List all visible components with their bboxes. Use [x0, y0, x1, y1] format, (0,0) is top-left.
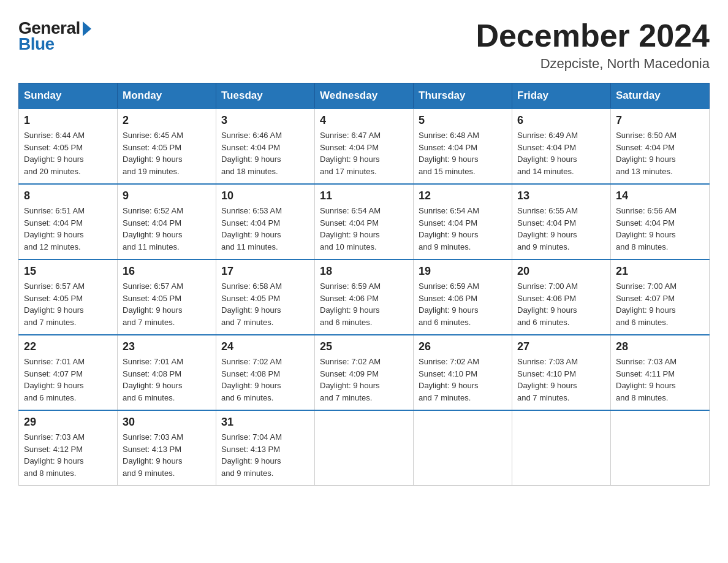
calendar-header-tuesday: Tuesday: [216, 83, 315, 109]
calendar-cell: 7Sunrise: 6:50 AMSunset: 4:04 PMDaylight…: [611, 109, 710, 184]
header: General Blue December 2024 Dzepciste, No…: [18, 18, 710, 72]
day-info: Sunrise: 6:59 AMSunset: 4:06 PMDaylight:…: [320, 280, 408, 328]
day-info: Sunrise: 7:01 AMSunset: 4:08 PMDaylight:…: [123, 356, 211, 404]
calendar-cell: 21Sunrise: 7:00 AMSunset: 4:07 PMDayligh…: [611, 259, 710, 335]
calendar-header-thursday: Thursday: [414, 83, 512, 109]
day-info: Sunrise: 6:47 AMSunset: 4:04 PMDaylight:…: [320, 129, 408, 177]
calendar-cell: 26Sunrise: 7:02 AMSunset: 4:10 PMDayligh…: [414, 335, 512, 410]
calendar-header-saturday: Saturday: [611, 83, 710, 109]
calendar-cell: 13Sunrise: 6:55 AMSunset: 4:04 PMDayligh…: [512, 184, 611, 259]
calendar-cell: 4Sunrise: 6:47 AMSunset: 4:04 PMDaylight…: [315, 109, 414, 184]
calendar-cell: 20Sunrise: 7:00 AMSunset: 4:06 PMDayligh…: [512, 259, 611, 335]
day-info: Sunrise: 6:49 AMSunset: 4:04 PMDaylight:…: [517, 129, 605, 177]
day-number: 14: [616, 190, 704, 202]
day-number: 13: [517, 190, 605, 202]
day-number: 20: [517, 265, 605, 278]
calendar-week-row: 22Sunrise: 7:01 AMSunset: 4:07 PMDayligh…: [19, 335, 710, 410]
day-info: Sunrise: 7:04 AMSunset: 4:13 PMDaylight:…: [221, 431, 309, 479]
day-number: 24: [221, 340, 309, 353]
day-number: 31: [221, 416, 309, 429]
calendar-cell: 18Sunrise: 6:59 AMSunset: 4:06 PMDayligh…: [315, 259, 414, 335]
calendar-cell: 22Sunrise: 7:01 AMSunset: 4:07 PMDayligh…: [19, 335, 118, 410]
day-number: 1: [24, 114, 112, 127]
day-number: 15: [24, 265, 112, 278]
calendar-header-friday: Friday: [512, 83, 611, 109]
calendar-cell: 28Sunrise: 7:03 AMSunset: 4:11 PMDayligh…: [611, 335, 710, 410]
calendar-cell: 17Sunrise: 6:58 AMSunset: 4:05 PMDayligh…: [216, 259, 315, 335]
calendar-cell: [414, 410, 512, 486]
day-info: Sunrise: 6:53 AMSunset: 4:04 PMDaylight:…: [221, 205, 309, 253]
calendar-week-row: 15Sunrise: 6:57 AMSunset: 4:05 PMDayligh…: [19, 259, 710, 335]
day-number: 28: [616, 340, 704, 353]
calendar-header-row: SundayMondayTuesdayWednesdayThursdayFrid…: [19, 83, 710, 109]
day-info: Sunrise: 7:02 AMSunset: 4:08 PMDaylight:…: [221, 356, 309, 404]
calendar-cell: 9Sunrise: 6:52 AMSunset: 4:04 PMDaylight…: [118, 184, 216, 259]
day-number: 17: [221, 265, 309, 278]
day-info: Sunrise: 6:57 AMSunset: 4:05 PMDaylight:…: [24, 280, 112, 328]
day-info: Sunrise: 7:03 AMSunset: 4:13 PMDaylight:…: [123, 431, 211, 479]
calendar-week-row: 8Sunrise: 6:51 AMSunset: 4:04 PMDaylight…: [19, 184, 710, 259]
day-number: 23: [123, 340, 211, 353]
calendar-cell: 8Sunrise: 6:51 AMSunset: 4:04 PMDaylight…: [19, 184, 118, 259]
calendar-cell: 2Sunrise: 6:45 AMSunset: 4:05 PMDaylight…: [118, 109, 216, 184]
calendar-cell: 27Sunrise: 7:03 AMSunset: 4:10 PMDayligh…: [512, 335, 611, 410]
calendar-cell: 15Sunrise: 6:57 AMSunset: 4:05 PMDayligh…: [19, 259, 118, 335]
day-info: Sunrise: 7:02 AMSunset: 4:10 PMDaylight:…: [419, 356, 507, 404]
calendar-cell: 29Sunrise: 7:03 AMSunset: 4:12 PMDayligh…: [19, 410, 118, 486]
logo-arrow-icon: [83, 21, 91, 36]
day-info: Sunrise: 6:54 AMSunset: 4:04 PMDaylight:…: [419, 205, 507, 253]
day-number: 12: [419, 190, 507, 202]
month-title: December 2024: [476, 18, 710, 53]
day-info: Sunrise: 6:45 AMSunset: 4:05 PMDaylight:…: [123, 129, 211, 177]
calendar-cell: 10Sunrise: 6:53 AMSunset: 4:04 PMDayligh…: [216, 184, 315, 259]
calendar-week-row: 29Sunrise: 7:03 AMSunset: 4:12 PMDayligh…: [19, 410, 710, 486]
day-info: Sunrise: 7:03 AMSunset: 4:12 PMDaylight:…: [24, 431, 112, 479]
day-info: Sunrise: 7:03 AMSunset: 4:11 PMDaylight:…: [616, 356, 704, 404]
calendar-cell: 23Sunrise: 7:01 AMSunset: 4:08 PMDayligh…: [118, 335, 216, 410]
day-info: Sunrise: 6:52 AMSunset: 4:04 PMDaylight:…: [123, 205, 211, 253]
day-number: 4: [320, 114, 408, 127]
day-number: 10: [221, 190, 309, 202]
day-info: Sunrise: 7:03 AMSunset: 4:10 PMDaylight:…: [517, 356, 605, 404]
calendar-cell: 5Sunrise: 6:48 AMSunset: 4:04 PMDaylight…: [414, 109, 512, 184]
day-number: 11: [320, 190, 408, 202]
day-number: 29: [24, 416, 112, 429]
day-info: Sunrise: 6:59 AMSunset: 4:06 PMDaylight:…: [419, 280, 507, 328]
day-number: 27: [517, 340, 605, 353]
calendar-cell: 1Sunrise: 6:44 AMSunset: 4:05 PMDaylight…: [19, 109, 118, 184]
day-number: 5: [419, 114, 507, 127]
day-info: Sunrise: 6:56 AMSunset: 4:04 PMDaylight:…: [616, 205, 704, 253]
day-info: Sunrise: 7:00 AMSunset: 4:06 PMDaylight:…: [517, 280, 605, 328]
day-info: Sunrise: 6:54 AMSunset: 4:04 PMDaylight:…: [320, 205, 408, 253]
page: General Blue December 2024 Dzepciste, No…: [0, 0, 728, 504]
title-area: December 2024 Dzepciste, North Macedonia: [476, 18, 710, 72]
day-info: Sunrise: 6:58 AMSunset: 4:05 PMDaylight:…: [221, 280, 309, 328]
logo: General Blue: [18, 18, 91, 54]
day-info: Sunrise: 7:02 AMSunset: 4:09 PMDaylight:…: [320, 356, 408, 404]
day-number: 19: [419, 265, 507, 278]
day-info: Sunrise: 6:57 AMSunset: 4:05 PMDaylight:…: [123, 280, 211, 328]
calendar-header-sunday: Sunday: [19, 83, 118, 109]
day-info: Sunrise: 6:48 AMSunset: 4:04 PMDaylight:…: [419, 129, 507, 177]
day-number: 26: [419, 340, 507, 353]
day-number: 3: [221, 114, 309, 127]
day-info: Sunrise: 6:50 AMSunset: 4:04 PMDaylight:…: [616, 129, 704, 177]
calendar-cell: [315, 410, 414, 486]
calendar-cell: 16Sunrise: 6:57 AMSunset: 4:05 PMDayligh…: [118, 259, 216, 335]
day-info: Sunrise: 6:55 AMSunset: 4:04 PMDaylight:…: [517, 205, 605, 253]
day-number: 30: [123, 416, 211, 429]
calendar-cell: 6Sunrise: 6:49 AMSunset: 4:04 PMDaylight…: [512, 109, 611, 184]
calendar: SundayMondayTuesdayWednesdayThursdayFrid…: [18, 83, 710, 486]
day-number: 21: [616, 265, 704, 278]
day-number: 7: [616, 114, 704, 127]
day-number: 8: [24, 190, 112, 202]
calendar-header-wednesday: Wednesday: [315, 83, 414, 109]
calendar-cell: 12Sunrise: 6:54 AMSunset: 4:04 PMDayligh…: [414, 184, 512, 259]
calendar-week-row: 1Sunrise: 6:44 AMSunset: 4:05 PMDaylight…: [19, 109, 710, 184]
calendar-cell: 11Sunrise: 6:54 AMSunset: 4:04 PMDayligh…: [315, 184, 414, 259]
day-number: 16: [123, 265, 211, 278]
day-number: 18: [320, 265, 408, 278]
logo-blue-text: Blue: [18, 34, 55, 54]
day-info: Sunrise: 6:44 AMSunset: 4:05 PMDaylight:…: [24, 129, 112, 177]
calendar-header-monday: Monday: [118, 83, 216, 109]
